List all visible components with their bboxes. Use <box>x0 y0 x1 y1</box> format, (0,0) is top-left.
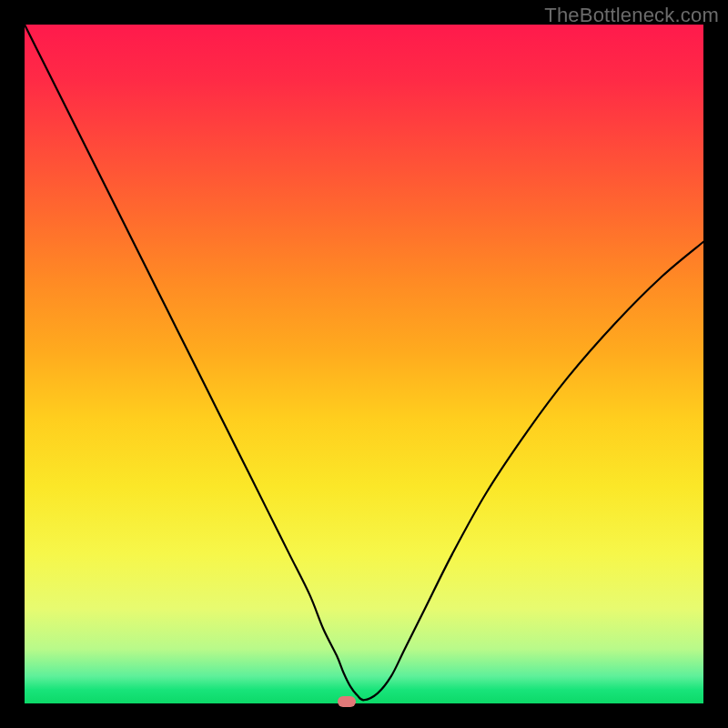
optimum-marker <box>338 696 356 707</box>
plot-area <box>25 25 703 703</box>
watermark-text: TheBottleneck.com <box>544 4 719 27</box>
bottleneck-curve <box>25 25 703 703</box>
curve-path <box>25 25 703 700</box>
chart-frame: TheBottleneck.com <box>0 0 728 728</box>
